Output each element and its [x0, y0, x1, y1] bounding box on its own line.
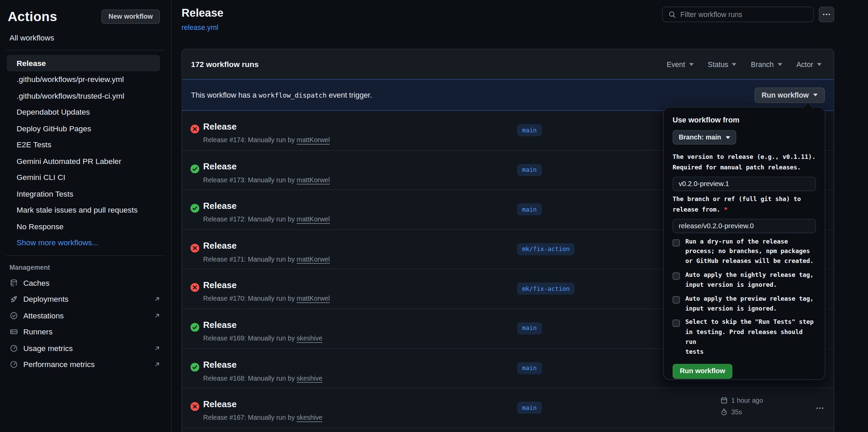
runs-filter-dropdown[interactable]: Event: [663, 58, 697, 70]
runs-filter-label: Event: [667, 60, 685, 68]
workflow-list: Release .github/workflows/pr-review.yml …: [0, 50, 171, 255]
sidebar-workflow-item[interactable]: E2E Tests: [7, 136, 160, 153]
runs-filter-dropdown[interactable]: Actor: [793, 58, 825, 70]
management-item-label: Runners: [23, 328, 52, 336]
workflow-item-label: .github/workflows/pr-review.yml: [17, 75, 124, 84]
runs-filter-label: Actor: [796, 60, 813, 68]
run-title-link[interactable]: Release: [203, 201, 237, 211]
run-title-link[interactable]: Release: [203, 360, 237, 370]
checkbox[interactable]: [673, 296, 680, 303]
run-actor-link[interactable]: mattKorwel: [296, 216, 330, 223]
workflow-item-label: Dependabot Updates: [17, 107, 90, 116]
run-actor-link[interactable]: skeshive: [296, 414, 322, 422]
run-description: Release #174: Manually run by mattKorwel: [203, 136, 330, 144]
chevron-down-icon: [813, 94, 818, 96]
workflow-item-label: Deploy GitHub Pages: [17, 124, 91, 133]
meter-icon: [10, 360, 18, 369]
sidebar-workflow-item[interactable]: Gemini Automated PR Labeler: [7, 153, 160, 169]
panel-field: The branch or ref (full git sha) to rele…: [673, 194, 816, 233]
run-title-link[interactable]: Release: [203, 399, 237, 409]
sidebar-workflow-item[interactable]: Show more workflows...: [7, 235, 160, 251]
run-title-link[interactable]: Release: [203, 122, 237, 132]
run-time: 1 hour ago: [731, 396, 763, 404]
verified-icon: [10, 311, 18, 320]
failed-status-icon: [190, 124, 199, 133]
banner-text-suffix: event trigger.: [329, 91, 372, 99]
run-title-link[interactable]: Release: [203, 280, 237, 290]
checkbox[interactable]: [673, 272, 680, 280]
workflow-item-label: Mark stale issues and pull requests: [17, 205, 138, 214]
field-input[interactable]: [673, 177, 816, 191]
branch-selector-button[interactable]: Branch: main: [673, 130, 736, 145]
management-item[interactable]: Attestations: [0, 308, 171, 324]
success-status-icon: [190, 323, 199, 332]
run-actor-link[interactable]: mattKorwel: [296, 176, 330, 184]
checkbox[interactable]: [673, 239, 680, 246]
management-item[interactable]: Caches: [0, 275, 171, 291]
workflow-item-label: .github/workflows/trusted-ci.yml: [17, 91, 124, 100]
server-icon: [10, 328, 18, 336]
run-actor-link[interactable]: mattKorwel: [296, 255, 330, 263]
run-description-text: Release #171: Manually run by: [203, 255, 295, 263]
branch-pill[interactable]: main: [517, 203, 542, 216]
sidebar-workflow-item[interactable]: Mark stale issues and pull requests: [7, 202, 160, 218]
checkbox[interactable]: [673, 320, 680, 327]
management-item[interactable]: Runners: [0, 324, 171, 340]
branch-pill[interactable]: main: [517, 322, 542, 335]
management-item[interactable]: Usage metrics: [0, 340, 171, 356]
branch-selector-label: Branch: main: [679, 133, 721, 141]
external-link-icon: [153, 344, 161, 352]
runs-filter-dropdown[interactable]: Branch: [748, 58, 785, 70]
branch-pill[interactable]: mk/fix-action: [517, 283, 575, 295]
run-actor-link[interactable]: skeshive: [296, 334, 322, 342]
run-actor-link[interactable]: mattKorwel: [296, 136, 330, 144]
sidebar-workflow-item[interactable]: Release: [7, 55, 160, 71]
branch-pill[interactable]: mk/fix-action: [517, 243, 575, 255]
filter-workflow-runs-input[interactable]: [680, 10, 807, 18]
run-workflow-button-label: Run workflow: [762, 91, 809, 99]
chevron-down-icon: [817, 63, 821, 66]
run-workflow-submit-button[interactable]: Run workflow: [673, 364, 732, 379]
workflow-item-label: Release: [17, 59, 46, 67]
runs-filter-dropdown[interactable]: Status: [704, 58, 740, 70]
run-options-button[interactable]: [812, 403, 828, 414]
sidebar-workflow-item[interactable]: Deploy GitHub Pages: [7, 120, 160, 136]
run-duration: 35s: [731, 408, 742, 416]
panel-checkboxes: Run a dry-run of the release process; no…: [673, 237, 816, 357]
branch-pill[interactable]: main: [517, 164, 542, 176]
sidebar-workflow-item[interactable]: .github/workflows/pr-review.yml: [7, 71, 160, 87]
workflow-run-row[interactable]: Release Release #167: Manually run by sk…: [182, 388, 834, 428]
sidebar-workflow-item[interactable]: Integration Tests: [7, 185, 160, 202]
branch-pill[interactable]: main: [517, 402, 542, 414]
branch-pill[interactable]: main: [517, 362, 542, 374]
run-title-link[interactable]: Release: [203, 320, 237, 330]
branch-pill[interactable]: main: [517, 124, 542, 136]
run-actor-link[interactable]: mattKorwel: [296, 295, 330, 303]
management-item[interactable]: Performance metrics: [0, 356, 171, 373]
sidebar-workflow-item[interactable]: .github/workflows/trusted-ci.yml: [7, 87, 160, 104]
run-title-link[interactable]: Release: [203, 241, 237, 251]
filter-workflow-runs-box: [662, 7, 814, 22]
workflow-file-link[interactable]: release.yml: [182, 23, 218, 31]
required-asterisk: *: [720, 206, 728, 213]
checkbox-label: Auto apply the nightly release tag, inpu…: [685, 270, 814, 290]
field-input[interactable]: [673, 219, 816, 233]
management-item-label: Caches: [23, 279, 49, 287]
run-description-text: Release #169: Manually run by: [203, 334, 295, 342]
run-actor-link[interactable]: skeshive: [296, 374, 322, 382]
run-title-link[interactable]: Release: [203, 162, 237, 171]
sidebar-workflow-item[interactable]: Gemini CLI CI: [7, 169, 160, 185]
page-options-button[interactable]: [819, 7, 834, 22]
management-item[interactable]: Deployments: [0, 291, 171, 308]
calendar-icon: [720, 396, 728, 404]
run-meta: 1 hour ago 35s: [720, 396, 763, 419]
run-workflow-panel: Use workflow from Branch: main The versi…: [663, 107, 826, 380]
new-workflow-button[interactable]: New workflow: [101, 10, 160, 24]
workflow-item-label: No Response: [17, 222, 64, 231]
sidebar-workflow-item[interactable]: No Response: [7, 218, 160, 235]
kebab-horizontal-icon: [822, 10, 831, 19]
all-workflows-link[interactable]: All workflows: [0, 31, 171, 50]
sidebar-workflow-item[interactable]: Dependabot Updates: [7, 104, 160, 120]
cache-icon: [10, 279, 18, 287]
run-workflow-dropdown-button[interactable]: Run workflow: [754, 87, 825, 103]
